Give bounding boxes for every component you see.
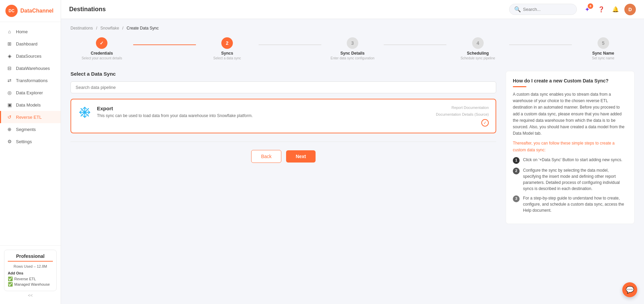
- step-label-3: Sync Details: [340, 51, 364, 56]
- check-icon-2: ✅: [8, 282, 13, 287]
- step-circle-4: 4: [472, 37, 484, 49]
- sidebar-bottom: Professional Rows Used – 12.8M Add Ons ✅…: [0, 245, 61, 304]
- help-panel: How do I create a new Custom Data Sync? …: [506, 71, 635, 224]
- step-circle-5: 5: [598, 37, 609, 49]
- check-icon-1: ✅: [8, 277, 13, 281]
- settings-icon: ⚙: [6, 138, 13, 145]
- step-num-3: 3: [513, 195, 520, 202]
- step-sublabel-2: Select a data sync: [213, 56, 241, 60]
- step-1: ✓ Credentials Select your account detail…: [71, 37, 133, 60]
- sync-card-export[interactable]: Export This sync can be used to load dat…: [71, 99, 496, 133]
- addon-managedwarehouse: ✅ Managed Warehouse: [8, 282, 53, 287]
- logo[interactable]: DC DataChannel: [0, 0, 61, 22]
- home-icon: ⌂: [6, 28, 13, 35]
- step-sublabel-4: Schedule sync pipeline: [461, 56, 495, 60]
- search-input[interactable]: [523, 7, 572, 12]
- content-area: Destinations / Snowflake / Create Data S…: [61, 19, 644, 304]
- sync-card-description: This sync can be used to load data from …: [97, 113, 430, 119]
- sidebar-item-segments[interactable]: ⊕ Segments: [0, 123, 61, 135]
- button-row: Back Next: [71, 150, 496, 163]
- section-title: Select a Data Sync: [71, 71, 496, 77]
- reverseetl-icon: ↺: [6, 114, 13, 120]
- step-5: 5 Sync Name Set sync name: [572, 37, 635, 60]
- documentation-details-link[interactable]: Documentation Details (Source): [436, 112, 489, 116]
- collapse-sidebar-button[interactable]: <<: [4, 291, 57, 300]
- step-line-3: [384, 44, 446, 45]
- addon-reverseetl: ✅ Reverse ETL: [8, 277, 53, 281]
- sidebar-item-datawarehouses[interactable]: ⊟ DataWarehouses: [0, 62, 61, 74]
- sidebar-item-dashboard[interactable]: ⊞ Dashboard: [0, 38, 61, 50]
- chat-icon: 💬: [626, 286, 634, 294]
- sync-card-body: Export This sync can be used to load dat…: [97, 106, 430, 119]
- sidebar-item-settings[interactable]: ⚙ Settings: [0, 135, 61, 148]
- step-sublabel-5: Set sync name: [592, 56, 614, 60]
- help-link-text: Thereafter, you can follow these simple …: [513, 140, 627, 153]
- bell-icon: 🔔: [612, 6, 619, 13]
- step-circle-1: ✓: [96, 37, 107, 49]
- divider: [71, 141, 496, 142]
- sync-card-links: Report Documentation Documentation Detai…: [436, 106, 489, 127]
- dashboard-icon: ⊞: [6, 41, 13, 47]
- help-body: A custom data sync enables you to stream…: [513, 91, 627, 137]
- step-label-4: Scheduling: [467, 51, 489, 56]
- transformations-icon: ⇄: [6, 77, 13, 83]
- sidebar-nav: ⌂ Home ⊞ Dashboard ◈ DataSources ⊟ DataW…: [0, 22, 61, 245]
- sidebar-item-transformations[interactable]: ⇄ Transformations: [0, 74, 61, 87]
- step-num-1: 1: [513, 157, 520, 164]
- help-divider: [513, 86, 526, 87]
- back-button[interactable]: Back: [251, 150, 281, 163]
- notification-badge: 8: [588, 3, 593, 9]
- help-step-1: 1 Click on '+Data Sync' Button to start …: [513, 157, 627, 164]
- logo-icon: DC: [5, 5, 18, 17]
- sync-card-title: Export: [97, 106, 430, 111]
- logo-text: DataChannel: [20, 8, 54, 14]
- sidebar-item-datasources[interactable]: ◈ DataSources: [0, 50, 61, 62]
- sidebar-item-datamodels[interactable]: ▣ Data Models: [0, 99, 61, 111]
- help-step-2: 2 Configure the sync by selecting the da…: [513, 167, 627, 192]
- report-documentation-link[interactable]: Report Documentation: [451, 106, 489, 110]
- step-sublabel-1: Select your account details: [82, 56, 122, 60]
- sidebar: DC DataChannel ⌂ Home ⊞ Dashboard ◈ Data…: [0, 0, 61, 304]
- plan-name: Professional: [8, 253, 53, 262]
- main-area: Destinations 🔍 ✦ 8 ❓ 🔔 D: [61, 0, 644, 304]
- step-line-4: [509, 44, 572, 45]
- page-title: Destinations: [69, 6, 106, 13]
- step-2: 2 Syncs Select a data sync: [196, 37, 259, 60]
- pipeline-search-input[interactable]: [71, 81, 496, 93]
- sidebar-item-reverseetl[interactable]: ↺ Reverse ETL: [0, 111, 61, 123]
- ai-assistant-button[interactable]: ✦ 8: [582, 4, 592, 15]
- step-4: 4 Scheduling Schedule sync pipeline: [446, 37, 509, 60]
- addons-title: Add Ons: [8, 271, 53, 275]
- notifications-button[interactable]: 🔔: [610, 4, 621, 15]
- help-steps: 1 Click on '+Data Sync' Button to start …: [513, 157, 627, 213]
- selected-check-icon: ✓: [481, 119, 489, 127]
- step-label-5: Sync Name: [592, 51, 614, 56]
- left-panel: Select a Data Sync: [71, 71, 496, 224]
- step-line-2: [259, 44, 321, 45]
- datawarehouses-icon: ⊟: [6, 65, 13, 71]
- chat-button[interactable]: 💬: [622, 282, 637, 297]
- avatar[interactable]: D: [624, 4, 636, 15]
- help-button[interactable]: ❓: [596, 4, 607, 15]
- step-num-2: 2: [513, 168, 520, 174]
- search-icon: 🔍: [514, 6, 521, 13]
- next-button[interactable]: Next: [286, 150, 315, 163]
- stepper: ✓ Credentials Select your account detail…: [71, 37, 635, 60]
- sidebar-item-home[interactable]: ⌂ Home: [0, 25, 61, 38]
- segments-icon: ⊕: [6, 126, 13, 132]
- breadcrumb: Destinations / Snowflake / Create Data S…: [71, 26, 635, 31]
- plan-box: Professional Rows Used – 12.8M Add Ons ✅…: [4, 250, 57, 291]
- rows-used: Rows Used – 12.8M: [8, 264, 53, 268]
- step-label-2: Syncs: [221, 51, 233, 56]
- search-box[interactable]: 🔍: [509, 4, 577, 15]
- sidebar-item-dataexplorer[interactable]: ◎ Data Explorer: [0, 87, 61, 99]
- breadcrumb-destinations[interactable]: Destinations: [71, 26, 93, 31]
- breadcrumb-snowflake[interactable]: Snowflake: [100, 26, 119, 31]
- two-col-layout: Select a Data Sync: [71, 71, 635, 224]
- help-step-3: 3 For a step-by-step guide to understand…: [513, 195, 627, 213]
- datasources-icon: ◈: [6, 53, 13, 59]
- step-label-1: Credentials: [91, 51, 113, 56]
- topbar-right: 🔍 ✦ 8 ❓ 🔔 D: [509, 4, 636, 15]
- topbar-icons: ✦ 8 ❓ 🔔 D: [582, 4, 636, 15]
- right-panel: How do I create a new Custom Data Sync? …: [506, 71, 635, 224]
